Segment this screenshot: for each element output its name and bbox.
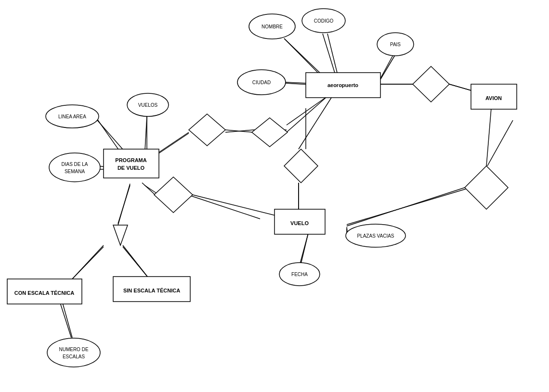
entity-vuelo-label: VUELO xyxy=(290,220,309,226)
line-avion-rel6 xyxy=(486,108,491,166)
generalization-triangle xyxy=(113,225,128,245)
attr-vuelos-label: VUELOS xyxy=(138,102,158,108)
conn-prog-triangle xyxy=(118,184,130,225)
attr-pais-label: PAIS xyxy=(390,42,401,47)
line-rel3-aeropuerto xyxy=(299,96,332,149)
entity-aeroport-label: aeoropuerto xyxy=(327,82,358,88)
conn-aerop-nombre xyxy=(284,38,318,73)
relation-diamond-4 xyxy=(154,177,193,213)
relation-diamond-5 xyxy=(413,66,449,102)
line-aeropuerto-pais xyxy=(380,55,395,79)
attr-plazas-vacias-label: PLAZAS VACIAS xyxy=(357,233,394,239)
attr-num-escalas-label2: ESCALAS xyxy=(63,354,85,359)
line-conescala-numescalas xyxy=(63,303,72,338)
conn-aerop-pais xyxy=(380,54,393,78)
entity-programa-label1: PROGRAMA xyxy=(115,157,146,163)
entity-programa-label2: DE VUELO xyxy=(118,165,145,171)
conn-rel2-aerop xyxy=(287,96,327,132)
entity-sin-escala-label: SIN ESCALA TÉCNICA xyxy=(123,288,180,293)
attr-fecha-label: FECHA xyxy=(291,272,308,277)
attr-dias-semana xyxy=(49,153,100,182)
relation-diamond-1 xyxy=(189,114,225,146)
attr-codigo-label: CODIGO xyxy=(314,18,334,24)
conn-prog-rel4 xyxy=(142,183,155,195)
conn-vuelo-fecha xyxy=(300,233,308,264)
conn-conescala-num xyxy=(60,303,71,338)
attr-num-escalas xyxy=(47,338,100,367)
attr-nombre-label: NOMBRE xyxy=(261,24,283,29)
attr-ciudad-label: CIUDAD xyxy=(252,80,271,85)
conn-avion-rel6 xyxy=(487,120,513,166)
line-rel2-aeropuerto xyxy=(287,96,327,125)
entity-programa xyxy=(104,149,159,178)
relation-diamond-2 xyxy=(252,118,288,147)
er-diagram: NOMBRE CODIGO CIUDAD PAIS aeoropuerto LI… xyxy=(0,0,549,392)
attr-num-escalas-label1: NUMERO DE xyxy=(59,347,88,352)
conn-prog-rel1 xyxy=(157,133,189,155)
relation-diamond-6 xyxy=(465,166,508,209)
conn-rel6-vuelo xyxy=(347,189,466,225)
attr-dias-semana-label1: DIAS DE LA xyxy=(61,162,88,167)
entity-con-escala-label: CON ESCALA TÉCNICA xyxy=(14,290,74,296)
attr-dias-semana-label2: SEMANA xyxy=(65,169,85,174)
conn-tri-sinescala xyxy=(123,247,149,279)
conn-tri-conescala xyxy=(72,247,104,279)
attr-linea-area-label: LINEA AREA xyxy=(58,114,86,119)
entity-avion-label: AVION xyxy=(485,95,502,101)
line-programa-rel1 xyxy=(157,132,189,154)
relation-diamond-3 xyxy=(284,149,318,183)
line-rel4-vuelo xyxy=(188,195,260,219)
